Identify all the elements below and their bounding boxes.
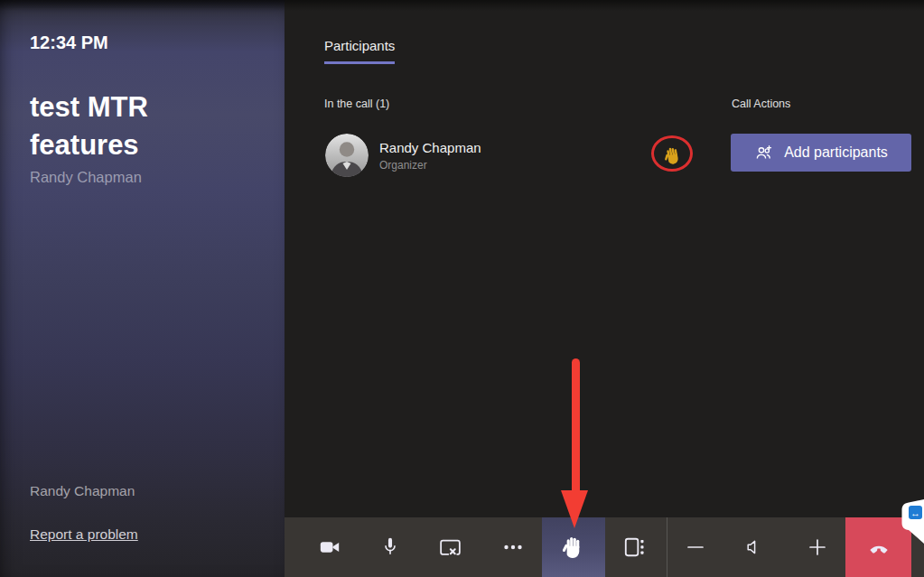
toolbar-divider [667,517,667,577]
red-arrow-annotation [553,355,596,535]
volume-up-icon [807,537,827,557]
meeting-title-line2: features [30,126,148,164]
signed-in-user-name: Randy Chapman [30,483,135,499]
stop-present-icon [438,535,462,560]
call-actions-label: Call Actions [732,98,790,110]
room-control-icon [622,535,646,559]
camera-icon [318,535,341,559]
volume-down-button[interactable] [670,522,721,572]
meeting-title-line1: test MTR [30,88,148,126]
volume-up-button[interactable] [792,522,843,572]
camera-button[interactable] [304,522,355,572]
teamviewer-icon[interactable]: ↔ [909,506,922,519]
mic-icon [378,535,402,559]
call-toolbar [285,517,924,577]
add-participants-button[interactable]: Add participants [731,134,911,172]
speaker-button[interactable] [730,522,780,572]
in-call-count-label: In the call (1) [324,98,389,110]
tab-participants[interactable]: Participants [324,38,395,64]
participant-name: Randy Chapman [379,140,481,155]
sidebar: 12:34 PM test MTR features Randy Chapman… [0,0,285,577]
room-control-button[interactable] [609,522,659,572]
more-icon [502,536,524,558]
raise-hand-icon [562,535,586,561]
microphone-button[interactable] [365,522,415,572]
avatar[interactable] [325,134,369,177]
speaker-icon [744,536,766,558]
meeting-organizer-name: Randy Chapman [30,169,142,186]
clock-time: 12:34 PM [30,33,108,53]
person-add-icon [754,144,773,163]
hangup-icon [866,535,891,560]
add-participants-label: Add participants [784,144,888,161]
more-options-button[interactable] [488,522,538,572]
volume-down-icon [686,537,705,557]
stop-presenting-button[interactable] [425,522,475,572]
report-a-problem-link[interactable]: Report a problem [30,526,138,543]
raise-hand-button[interactable] [542,517,605,577]
meeting-title: test MTR features [30,88,148,164]
avatar-photo [325,134,369,177]
red-circle-annotation [651,135,693,172]
participant-role: Organizer [379,159,427,172]
